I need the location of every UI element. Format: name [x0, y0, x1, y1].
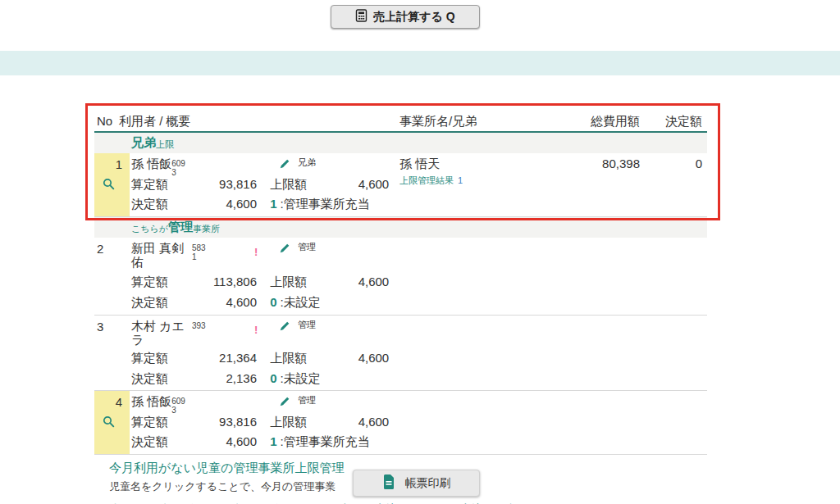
row-number: 2: [97, 242, 103, 256]
user-cell: 木村 カエラ393 ! 管理: [131, 319, 395, 347]
row-number: 3: [97, 320, 103, 334]
jogen-label: 上限額: [270, 351, 319, 366]
kettei-label: 決定額: [131, 371, 180, 387]
jogen-value: 4,600: [319, 415, 389, 429]
user-name: 孫 悟飯: [131, 157, 171, 170]
user-code: 5831: [192, 241, 210, 261]
kettei-label: 決定額: [131, 197, 180, 212]
table-row: 2 新田 真剣佑5831 ! 管理 算定額113,806 上限額4,600 決定…: [94, 238, 707, 316]
table-header-row: No 利用者 / 概要 事業所名/兄弟 総費用額 決定額: [94, 113, 707, 133]
edit-icon[interactable]: [279, 243, 290, 257]
calc-line: 算定額93,816 上限額4,600: [131, 415, 389, 430]
group-band-sibling: 兄弟上限: [94, 133, 707, 153]
santei-label: 算定額: [131, 415, 180, 430]
kettei-label: 決定額: [131, 434, 180, 450]
table-row: 3 木村 カエラ393 ! 管理 算定額21,364 上限額4,600 決定額2…: [94, 316, 707, 391]
row-number-cell: 2: [94, 238, 130, 315]
row-type-label: 管理: [298, 319, 316, 331]
table-row: 1 孫 悟飯6093 兄弟 孫 悟天 上限管理結果1 80,398 0 算定額9…: [94, 153, 707, 217]
office-cell: 孫 悟天 上限管理結果1: [399, 157, 535, 187]
status-number: 1: [270, 197, 276, 211]
user-cell: 孫 悟飯6093 兄弟: [131, 157, 395, 177]
search-icon[interactable]: [103, 178, 115, 193]
decided-line: 決定額4,600 1:管理事業所充当: [131, 197, 370, 212]
row-number: 1: [116, 157, 122, 171]
header-total: 総費用額: [537, 114, 640, 129]
row-number-cell: 3: [94, 316, 130, 390]
jogen-label: 上限額: [270, 415, 319, 430]
status-number: 0: [270, 371, 276, 385]
jogen-label: 上限額: [270, 275, 319, 290]
total-cost-value: 80,398: [537, 157, 640, 170]
kettei-value: 4,600: [180, 197, 257, 211]
report-print-label: 帳票印刷: [405, 476, 451, 491]
header-band: [0, 51, 840, 75]
group-manage-prefix: こちらが: [131, 220, 168, 235]
table-row: 4 孫 悟飯6093 管理 算定額93,816 上限額4,600 決定額4,60…: [94, 391, 707, 455]
group-manage-suffix: 事業所: [193, 220, 220, 235]
decided-line: 決定額2,136 0:未設定: [131, 371, 321, 387]
user-cell: 孫 悟飯6093 管理: [131, 394, 395, 415]
user-code: 6093: [171, 394, 189, 415]
user-name: 木村 カエラ: [131, 319, 192, 347]
row-type-label: 管理: [298, 394, 316, 406]
santei-value: 21,364: [180, 351, 257, 365]
jogen-value: 4,600: [319, 177, 389, 191]
calculator-icon: [355, 9, 368, 25]
santei-label: 算定額: [131, 177, 180, 193]
status-number: 1: [270, 434, 276, 448]
santei-value: 93,816: [180, 177, 257, 191]
user-name: 孫 悟飯: [131, 394, 171, 408]
row-highlight-cell: 4: [94, 391, 130, 454]
decided-line: 決定額4,600 0:未設定: [131, 295, 321, 311]
kettei-value: 4,600: [180, 434, 257, 448]
row-type-label: 兄弟: [298, 157, 316, 169]
calc-line: 算定額21,364 上限額4,600: [131, 351, 389, 366]
decided-line: 決定額4,600 1:管理事業所充当: [131, 434, 370, 450]
santei-value: 113,806: [180, 275, 257, 288]
report-print-button[interactable]: 帳票印刷: [353, 470, 480, 497]
limit-result-value: 1: [458, 175, 463, 185]
limit-management-table: No 利用者 / 概要 事業所名/兄弟 総費用額 決定額 兄弟上限 1 孫 悟飯…: [94, 113, 707, 504]
santei-label: 算定額: [131, 275, 180, 290]
jogen-label: 上限額: [270, 177, 319, 193]
group-sibling-bold: 兄弟: [131, 135, 156, 151]
user-code: 6093: [171, 157, 189, 177]
decided-amount-value: 0: [645, 157, 702, 170]
limit-result-link[interactable]: 上限管理結果: [399, 175, 454, 185]
search-icon[interactable]: [103, 415, 115, 430]
group-band-manage: こちらが管理事業所: [94, 217, 707, 238]
group-manage-bold: 管理: [168, 220, 193, 235]
header-no: No: [97, 114, 112, 128]
kettei-value: 4,600: [180, 295, 257, 309]
santei-value: 93,816: [180, 415, 257, 429]
edit-icon[interactable]: [279, 396, 290, 410]
status-number: 0: [270, 295, 276, 309]
status-text: :管理事業所充当: [281, 434, 370, 448]
row-highlight-cell: 1: [94, 153, 130, 216]
status-text: :管理事業所充当: [281, 197, 370, 211]
kettei-value: 2,136: [180, 371, 257, 385]
office-name: 孫 悟天: [399, 157, 535, 172]
calc-line: 算定額113,806 上限額4,600: [131, 275, 389, 290]
calc-line: 算定額93,816 上限額4,600: [131, 177, 389, 193]
kettei-label: 決定額: [131, 295, 180, 311]
user-code: 393: [192, 319, 206, 330]
row-type-label: 管理: [298, 241, 316, 253]
jogen-value: 4,600: [319, 351, 389, 365]
alert-icon: !: [254, 246, 258, 258]
jogen-value: 4,600: [319, 275, 389, 288]
row-number: 4: [116, 395, 122, 409]
sales-calculate-button[interactable]: 売上計算する Q: [331, 5, 480, 29]
status-text: :未設定: [281, 371, 321, 385]
document-icon: [382, 474, 395, 492]
edit-icon[interactable]: [279, 320, 290, 334]
edit-icon[interactable]: [279, 158, 290, 172]
status-text: :未設定: [281, 295, 321, 309]
group-sibling-small: 上限: [156, 136, 174, 151]
header-user: 利用者 / 概要: [119, 114, 191, 129]
alert-icon: !: [254, 324, 258, 336]
santei-label: 算定額: [131, 351, 180, 366]
header-office: 事業所名/兄弟: [399, 114, 477, 129]
user-cell: 新田 真剣佑5831 ! 管理: [131, 241, 395, 270]
